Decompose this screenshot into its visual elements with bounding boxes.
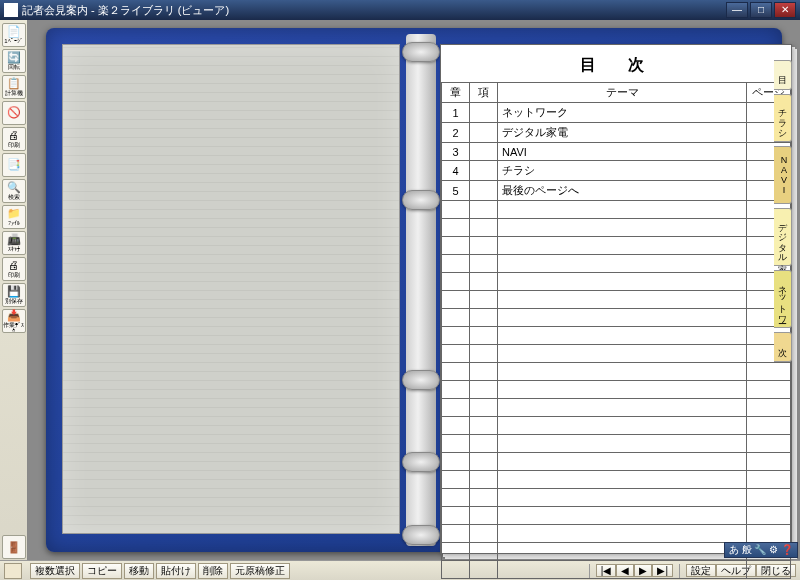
toc-row-empty[interactable] xyxy=(442,363,791,381)
toc-row[interactable]: 1ネットワーク xyxy=(442,103,791,123)
minimize-button[interactable]: — xyxy=(726,2,748,18)
toc-row-empty[interactable] xyxy=(442,417,791,435)
toc-title: 目 次 xyxy=(441,45,791,82)
tool-label: 検索 xyxy=(8,194,20,200)
tool-label: 1ﾍﾟｰｼﾞ xyxy=(4,38,22,44)
toolbar-button[interactable]: 🔍検索 xyxy=(2,179,26,203)
tool-icon: 📥 xyxy=(7,310,21,321)
index-tab[interactable]: デジタル家 xyxy=(774,208,792,266)
bottom-button[interactable]: 削除 xyxy=(198,563,228,579)
toc-theme: 最後のページへ xyxy=(498,181,747,201)
toolbar-button[interactable]: 📑 xyxy=(2,153,26,177)
index-tab[interactable]: 次 xyxy=(774,332,792,362)
title-bar: 記者会見案内 - 楽２ライブラリ (ビューア) — □ ✕ xyxy=(0,0,800,20)
toc-row-empty[interactable] xyxy=(442,453,791,471)
toc-section xyxy=(470,143,498,161)
window-title: 記者会見案内 - 楽２ライブラリ (ビューア) xyxy=(22,3,726,18)
exit-icon[interactable] xyxy=(4,563,22,579)
toolbar-button[interactable]: 📁ﾌｧｲﾙ xyxy=(2,205,26,229)
toolbar-button[interactable]: 🚫 xyxy=(2,101,26,125)
toc-row-empty[interactable] xyxy=(442,525,791,543)
toc-row-empty[interactable] xyxy=(442,489,791,507)
ime-bar[interactable]: あ 般 🔧 ⚙ ❓ xyxy=(724,542,798,558)
tool-icon: 🚫 xyxy=(7,107,21,118)
toc-chapter: 5 xyxy=(442,181,470,201)
toolbar-button[interactable]: 🖨印刷 xyxy=(2,127,26,151)
toc-row[interactable]: 3NAVI xyxy=(442,143,791,161)
bottom-button[interactable]: 元原稿修正 xyxy=(230,563,290,579)
toolbar-button[interactable]: 🖨印刷 xyxy=(2,257,26,281)
toc-row-empty[interactable] xyxy=(442,219,791,237)
toc-row-empty[interactable] xyxy=(442,471,791,489)
toc-row[interactable]: 2デジタル家電 xyxy=(442,123,791,143)
toc-row-empty[interactable] xyxy=(442,399,791,417)
tool-label: ｽｷｬﾅ xyxy=(8,246,20,252)
toc-section xyxy=(470,181,498,201)
window-controls: — □ ✕ xyxy=(726,2,796,18)
toc-row-empty[interactable] xyxy=(442,309,791,327)
toolbar-button[interactable]: 🔄回転 xyxy=(2,49,26,73)
toc-theme: チラシ xyxy=(498,161,747,181)
left-page[interactable] xyxy=(62,44,400,534)
toc-row-empty[interactable] xyxy=(442,435,791,453)
maximize-button[interactable]: □ xyxy=(750,2,772,18)
index-tab[interactable]: チラシ xyxy=(774,94,792,142)
toc-row-empty[interactable] xyxy=(442,273,791,291)
tool-icon: 🔄 xyxy=(7,52,21,63)
toc-section xyxy=(470,161,498,181)
ring-icon xyxy=(402,452,440,472)
tool-icon: 🔍 xyxy=(7,182,21,193)
toc-row-empty[interactable] xyxy=(442,237,791,255)
tool-label: 計算機 xyxy=(5,90,23,96)
tool-icon: 📑 xyxy=(7,159,21,170)
toc-header-theme: テーマ xyxy=(498,83,747,103)
toc-row-empty[interactable] xyxy=(442,561,791,579)
index-tab[interactable]: ネットワー xyxy=(774,270,792,328)
tool-icon: 📁 xyxy=(7,208,21,219)
app-icon xyxy=(4,3,18,17)
tool-icon: 📋 xyxy=(7,78,21,89)
exit-button[interactable]: 🚪 xyxy=(2,535,26,559)
toc-table: 章 項 テーマ ページ 1ネットワーク2デジタル家電3NAVI4チラシ5最後のペ… xyxy=(441,82,791,579)
ring-icon xyxy=(402,370,440,390)
binder-view: 目 次 章 項 テーマ ページ 1ネットワーク2デジタル家電3NAVI4チラシ5… xyxy=(28,20,800,560)
tool-icon: 💾 xyxy=(7,286,21,297)
toc-header-section: 項 xyxy=(470,83,498,103)
toolbar-button[interactable]: 📋計算機 xyxy=(2,75,26,99)
tool-label: 印刷 xyxy=(8,272,20,278)
toolbar-button[interactable]: 📄1ﾍﾟｰｼﾞ xyxy=(2,23,26,47)
toc-chapter: 2 xyxy=(442,123,470,143)
tool-label: 別保存 xyxy=(5,298,23,304)
toc-row-empty[interactable] xyxy=(442,381,791,399)
toc-row-empty[interactable] xyxy=(442,291,791,309)
bottom-button[interactable]: コピー xyxy=(82,563,122,579)
toc-theme: ネットワーク xyxy=(498,103,747,123)
toc-row-empty[interactable] xyxy=(442,507,791,525)
toc-row-empty[interactable] xyxy=(442,201,791,219)
bottom-button[interactable]: 移動 xyxy=(124,563,154,579)
toc-row-empty[interactable] xyxy=(442,327,791,345)
toc-chapter: 1 xyxy=(442,103,470,123)
index-tabs: 目チラシNAVIデジタル家ネットワー次 xyxy=(774,60,792,366)
index-tab[interactable]: 目 xyxy=(774,60,792,90)
toc-row[interactable]: 4チラシ xyxy=(442,161,791,181)
index-tab[interactable]: NAVI xyxy=(774,146,792,204)
close-button[interactable]: ✕ xyxy=(774,2,796,18)
tool-icon: 📄 xyxy=(7,26,21,37)
bottom-button[interactable]: 複数選択 xyxy=(30,563,80,579)
tool-icon: 🖨 xyxy=(8,130,19,141)
ring-icon xyxy=(402,42,440,62)
toolbar-sidebar: 📄1ﾍﾟｰｼﾞ🔄回転📋計算機🚫🖨印刷📑🔍検索📁ﾌｧｲﾙ📠ｽｷｬﾅ🖨印刷💾別保存📥… xyxy=(0,20,28,560)
tool-label: 印刷 xyxy=(8,142,20,148)
tool-label: 作業ﾃﾞｽｸ xyxy=(3,322,25,332)
toolbar-button[interactable]: 📠ｽｷｬﾅ xyxy=(2,231,26,255)
toc-section xyxy=(470,123,498,143)
toc-row[interactable]: 5最後のページへ xyxy=(442,181,791,201)
toc-row-empty[interactable] xyxy=(442,255,791,273)
toc-header-chapter: 章 xyxy=(442,83,470,103)
toc-chapter: 3 xyxy=(442,143,470,161)
toc-row-empty[interactable] xyxy=(442,345,791,363)
toolbar-button[interactable]: 📥作業ﾃﾞｽｸ xyxy=(2,309,26,333)
bottom-button[interactable]: 貼付け xyxy=(156,563,196,579)
toolbar-button[interactable]: 💾別保存 xyxy=(2,283,26,307)
